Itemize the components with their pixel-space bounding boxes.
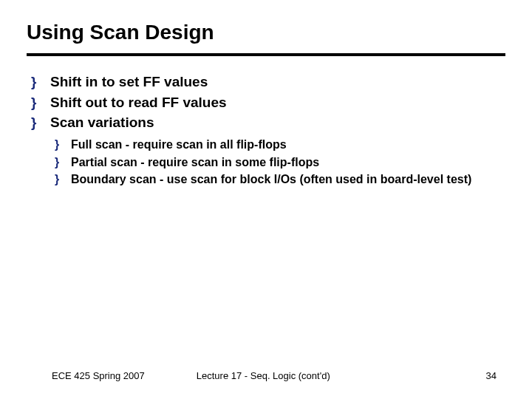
sub-bullet-list: Full scan - require scan in all flip-flo… <box>27 137 505 188</box>
list-item-text: Partial scan - require scan in some flip… <box>71 156 319 168</box>
list-item: Shift out to read FF values <box>31 93 505 112</box>
list-item-text: Boundary scan - use scan for block I/Os … <box>71 173 471 185</box>
list-item: Partial scan - require scan in some flip… <box>55 154 505 171</box>
list-item: Scan variations <box>31 113 505 132</box>
footer-left: ECE 425 Spring 2007 <box>52 370 145 381</box>
title-divider <box>27 53 505 56</box>
list-item-text: Shift out to read FF values <box>50 95 227 110</box>
list-item-text: Full scan - require scan in all flip-flo… <box>71 138 287 151</box>
list-item: Shift in to set FF values <box>31 72 505 92</box>
list-item-text: Scan variations <box>50 115 154 130</box>
list-item: Boundary scan - use scan for block I/Os … <box>55 171 505 188</box>
list-item: Full scan - require scan in all flip-flo… <box>55 137 505 153</box>
footer: ECE 425 Spring 2007 Lecture 17 - Seq. Lo… <box>0 370 532 381</box>
list-item-text: Shift in to set FF values <box>50 74 208 89</box>
page-number: 34 <box>486 370 497 381</box>
bullet-list: Shift in to set FF values Shift out to r… <box>27 72 505 132</box>
slide: Using Scan Design Shift in to set FF val… <box>0 0 532 399</box>
footer-center: Lecture 17 - Seq. Logic (cont'd) <box>145 370 486 381</box>
page-title: Using Scan Design <box>27 21 505 44</box>
